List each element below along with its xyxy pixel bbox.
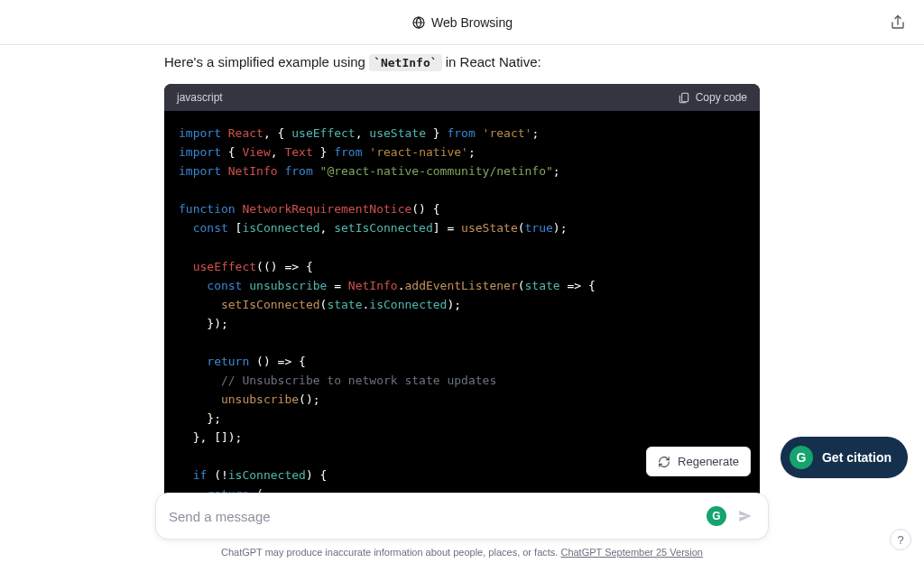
help-button[interactable]: ?: [890, 529, 911, 550]
intro-prefix: Here's a simplified example using: [164, 54, 369, 69]
regenerate-label: Regenerate: [678, 455, 739, 468]
grammarly-badge-icon: G: [790, 446, 813, 469]
grammarly-input-badge[interactable]: G: [707, 506, 726, 526]
get-citation-button[interactable]: G Get citation: [781, 437, 908, 478]
page-title-text: Web Browsing: [431, 15, 513, 30]
message-input[interactable]: [169, 509, 707, 524]
version-link[interactable]: ChatGPT September 25 Version: [560, 547, 703, 558]
copy-code-button[interactable]: Copy code: [678, 91, 747, 104]
share-button[interactable]: [888, 13, 908, 32]
send-icon: [737, 508, 753, 524]
intro-suffix: in React Native:: [442, 54, 541, 69]
assistant-message-text: Here's a simplified example using `NetIn…: [164, 52, 760, 71]
help-icon: ?: [897, 533, 903, 547]
inline-code: `NetInfo`: [369, 54, 441, 71]
code-header: javascript Copy code: [164, 84, 760, 111]
page-title: Web Browsing: [411, 15, 513, 30]
copy-code-label: Copy code: [696, 91, 747, 104]
message-composer[interactable]: G: [155, 493, 769, 540]
top-bar: Web Browsing: [0, 0, 924, 45]
clipboard-icon: [678, 91, 690, 104]
refresh-icon: [658, 456, 670, 468]
globe-icon: [411, 15, 426, 30]
send-button[interactable]: [735, 506, 755, 526]
share-icon: [890, 14, 906, 31]
footer-disclaimer: ChatGPT may produce inaccurate informati…: [0, 547, 924, 558]
composer-area: G ChatGPT may produce inaccurate informa…: [0, 493, 924, 563]
disclaimer-text: ChatGPT may produce inaccurate informati…: [221, 547, 560, 558]
svg-rect-1: [681, 94, 688, 102]
content-area: Here's a simplified example using `NetIn…: [0, 45, 924, 563]
regenerate-button[interactable]: Regenerate: [646, 447, 751, 476]
get-citation-label: Get citation: [822, 450, 892, 465]
code-language-label: javascript: [177, 91, 223, 104]
